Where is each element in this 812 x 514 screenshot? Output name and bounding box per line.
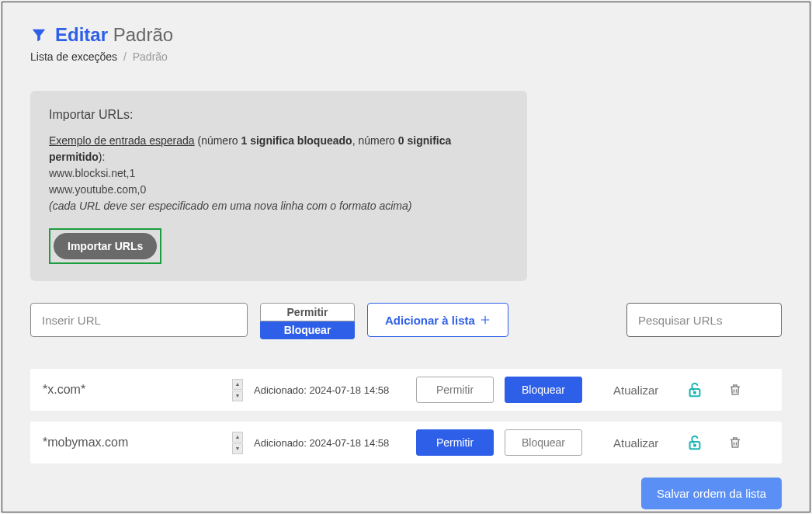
filter-icon xyxy=(30,26,47,43)
block-button[interactable]: Bloquear xyxy=(505,429,582,456)
block-button[interactable]: Bloquear xyxy=(505,377,582,403)
step-down[interactable]: ▼ xyxy=(232,443,243,454)
search-input[interactable] xyxy=(626,303,782,337)
add-button-label: Adicionar à lista xyxy=(385,314,475,327)
table-row: *x.com* ▲ ▼ Adicionado: 2024-07-18 14:58… xyxy=(30,369,782,411)
import-heading: Importar URLs: xyxy=(49,108,508,122)
added-cell: Adicionado: 2024-07-18 14:58 xyxy=(254,384,405,396)
example-link[interactable]: Exemplo de entrada esperada xyxy=(49,134,195,147)
import-note: (cada URL deve ser especificado em uma n… xyxy=(49,198,508,214)
breadcrumb-sep: / xyxy=(123,50,127,63)
update-link[interactable]: Atualizar xyxy=(613,436,658,450)
trash-icon[interactable] xyxy=(728,435,742,450)
url-cell: *mobymax.com xyxy=(43,436,221,450)
svg-point-3 xyxy=(694,445,696,446)
permit-button[interactable]: Permitir xyxy=(416,429,494,456)
step-up[interactable]: ▲ xyxy=(232,379,243,390)
added-cell: Adicionado: 2024-07-18 14:58 xyxy=(254,437,405,449)
step-down[interactable]: ▼ xyxy=(232,391,243,401)
import-button-highlight: Importar URLs xyxy=(49,228,161,264)
breadcrumb: Lista de exceções / Padrão xyxy=(30,50,782,63)
app-window: Editar Padrão Lista de exceções / Padrão… xyxy=(2,2,810,512)
permit-button[interactable]: Permitir xyxy=(416,377,494,403)
trash-icon[interactable] xyxy=(728,382,742,398)
page-title: Editar Padrão xyxy=(55,24,173,46)
update-link[interactable]: Atualizar xyxy=(613,384,658,397)
url-input[interactable] xyxy=(30,303,248,337)
order-stepper: ▲ ▼ xyxy=(232,432,243,454)
import-description: Exemplo de entrada esperada (número 1 si… xyxy=(49,133,508,165)
toggle-block[interactable]: Bloquear xyxy=(260,321,355,339)
import-urls-button[interactable]: Importar URLs xyxy=(54,233,157,259)
svg-point-1 xyxy=(694,392,696,394)
url-cell: *x.com* xyxy=(43,383,221,397)
step-up[interactable]: ▲ xyxy=(232,432,243,443)
example-line-2: www.youtube.com,0 xyxy=(49,182,508,198)
controls-row: Permitir Bloquear Adicionar à lista xyxy=(30,303,782,339)
title-light: Padrão xyxy=(113,24,173,45)
unlock-icon[interactable] xyxy=(686,380,703,399)
example-line-1: www.blocksi.net,1 xyxy=(49,165,508,182)
unlock-icon[interactable] xyxy=(686,433,703,452)
breadcrumb-current: Padrão xyxy=(133,50,168,63)
breadcrumb-root[interactable]: Lista de exceções xyxy=(30,50,117,63)
order-stepper: ▲ ▼ xyxy=(232,379,243,401)
import-panel: Importar URLs: Exemplo de entrada espera… xyxy=(30,91,527,281)
permit-block-toggle: Permitir Bloquear xyxy=(260,303,355,339)
add-to-list-button[interactable]: Adicionar à lista xyxy=(367,303,508,337)
save-order-button[interactable]: Salvar ordem da lista xyxy=(641,478,782,509)
toggle-permit[interactable]: Permitir xyxy=(260,303,355,321)
page-header: Editar Padrão xyxy=(30,24,782,46)
table-row: *mobymax.com ▲ ▼ Adicionado: 2024-07-18 … xyxy=(30,422,782,464)
plus-icon xyxy=(480,314,491,325)
title-strong: Editar xyxy=(55,24,108,45)
